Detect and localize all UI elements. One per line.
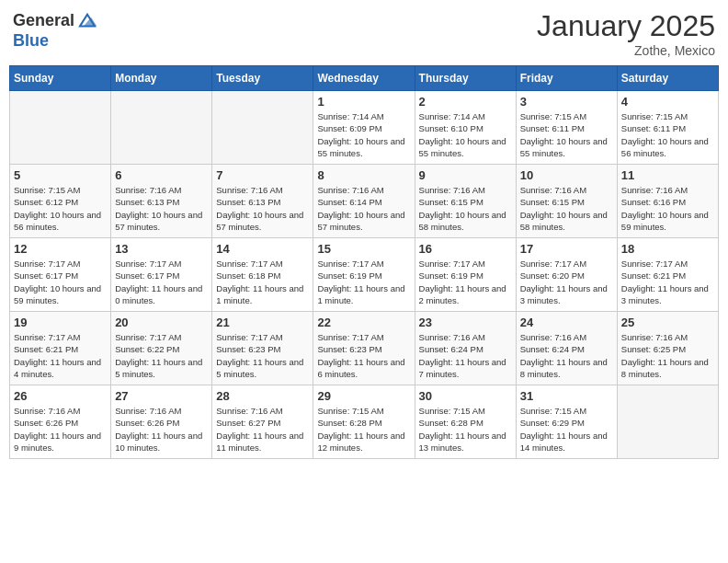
day-detail: Sunrise: 7:16 AMSunset: 6:24 PMDaylight:… — [520, 331, 613, 380]
day-number: 17 — [520, 242, 613, 256]
day-number: 22 — [317, 316, 410, 329]
day-number: 20 — [115, 316, 208, 329]
calendar-cell: 7 Sunrise: 7:16 AMSunset: 6:13 PMDayligh… — [212, 165, 313, 238]
calendar-cell: 1 Sunrise: 7:14 AMSunset: 6:09 PMDayligh… — [313, 91, 415, 165]
day-detail: Sunrise: 7:15 AMSunset: 6:28 PMDaylight:… — [317, 405, 410, 454]
calendar-cell: 22 Sunrise: 7:17 AMSunset: 6:23 PMDaylig… — [313, 312, 415, 385]
calendar-table: SundayMondayTuesdayWednesdayThursdayFrid… — [9, 65, 719, 459]
calendar-cell: 6 Sunrise: 7:16 AMSunset: 6:13 PMDayligh… — [111, 165, 212, 238]
day-number: 21 — [216, 316, 309, 329]
day-number: 19 — [14, 316, 107, 329]
day-number: 8 — [317, 168, 410, 182]
calendar-cell: 3 Sunrise: 7:15 AMSunset: 6:11 PMDayligh… — [516, 91, 617, 165]
day-detail: Sunrise: 7:17 AMSunset: 6:18 PMDaylight:… — [216, 258, 309, 306]
day-number: 1 — [317, 95, 410, 109]
calendar-cell: 16 Sunrise: 7:17 AMSunset: 6:19 PMDaylig… — [415, 238, 516, 312]
day-number: 23 — [419, 316, 512, 329]
day-detail: Sunrise: 7:17 AMSunset: 6:23 PMDaylight:… — [216, 331, 309, 380]
day-detail: Sunrise: 7:16 AMSunset: 6:15 PMDaylight:… — [419, 184, 512, 233]
calendar-cell: 14 Sunrise: 7:17 AMSunset: 6:18 PMDaylig… — [212, 238, 313, 312]
calendar-cell: 13 Sunrise: 7:17 AMSunset: 6:17 PMDaylig… — [111, 238, 212, 312]
calendar-week-row: 1 Sunrise: 7:14 AMSunset: 6:09 PMDayligh… — [10, 91, 719, 165]
calendar-cell — [111, 91, 212, 165]
day-detail: Sunrise: 7:17 AMSunset: 6:20 PMDaylight:… — [520, 258, 613, 306]
weekday-header: Thursday — [415, 66, 516, 91]
day-number: 28 — [216, 389, 309, 403]
day-detail: Sunrise: 7:16 AMSunset: 6:27 PMDaylight:… — [216, 405, 309, 454]
day-detail: Sunrise: 7:17 AMSunset: 6:22 PMDaylight:… — [115, 331, 208, 380]
day-detail: Sunrise: 7:14 AMSunset: 6:10 PMDaylight:… — [419, 110, 512, 159]
day-detail: Sunrise: 7:16 AMSunset: 6:26 PMDaylight:… — [14, 405, 107, 454]
calendar-cell: 27 Sunrise: 7:16 AMSunset: 6:26 PMDaylig… — [111, 385, 212, 459]
day-number: 10 — [520, 168, 613, 182]
day-number: 27 — [115, 389, 208, 403]
calendar-cell: 11 Sunrise: 7:16 AMSunset: 6:16 PMDaylig… — [617, 165, 718, 238]
calendar-cell: 31 Sunrise: 7:15 AMSunset: 6:29 PMDaylig… — [516, 385, 617, 459]
calendar-week-row: 19 Sunrise: 7:17 AMSunset: 6:21 PMDaylig… — [10, 312, 719, 385]
day-detail: Sunrise: 7:17 AMSunset: 6:21 PMDaylight:… — [621, 258, 714, 306]
day-detail: Sunrise: 7:16 AMSunset: 6:24 PMDaylight:… — [419, 331, 512, 380]
weekday-header: Sunday — [10, 66, 111, 91]
day-detail: Sunrise: 7:15 AMSunset: 6:28 PMDaylight:… — [419, 405, 512, 454]
calendar-cell: 9 Sunrise: 7:16 AMSunset: 6:15 PMDayligh… — [415, 165, 516, 238]
weekday-header: Friday — [516, 66, 617, 91]
day-number: 25 — [621, 316, 714, 329]
calendar-cell: 29 Sunrise: 7:15 AMSunset: 6:28 PMDaylig… — [313, 385, 415, 459]
day-detail: Sunrise: 7:16 AMSunset: 6:16 PMDaylight:… — [621, 184, 714, 233]
calendar-cell: 30 Sunrise: 7:15 AMSunset: 6:28 PMDaylig… — [415, 385, 516, 459]
calendar-week-row: 26 Sunrise: 7:16 AMSunset: 6:26 PMDaylig… — [10, 385, 719, 459]
title-block: January 2025 Zothe, Mexico — [537, 9, 715, 58]
calendar-cell: 26 Sunrise: 7:16 AMSunset: 6:26 PMDaylig… — [10, 385, 111, 459]
logo-blue: Blue — [13, 31, 49, 50]
calendar-cell — [212, 91, 313, 165]
day-number: 13 — [115, 242, 208, 256]
day-number: 30 — [419, 389, 512, 403]
day-detail: Sunrise: 7:16 AMSunset: 6:26 PMDaylight:… — [115, 405, 208, 454]
day-number: 5 — [14, 168, 107, 182]
calendar-cell: 5 Sunrise: 7:15 AMSunset: 6:12 PMDayligh… — [10, 165, 111, 238]
day-number: 16 — [419, 242, 512, 256]
calendar-cell: 19 Sunrise: 7:17 AMSunset: 6:21 PMDaylig… — [10, 312, 111, 385]
weekday-header: Wednesday — [313, 66, 415, 91]
calendar-cell: 17 Sunrise: 7:17 AMSunset: 6:20 PMDaylig… — [516, 238, 617, 312]
day-detail: Sunrise: 7:15 AMSunset: 6:11 PMDaylight:… — [520, 110, 613, 159]
day-detail: Sunrise: 7:16 AMSunset: 6:13 PMDaylight:… — [216, 184, 309, 233]
day-detail: Sunrise: 7:17 AMSunset: 6:19 PMDaylight:… — [419, 258, 512, 306]
day-detail: Sunrise: 7:17 AMSunset: 6:23 PMDaylight:… — [317, 331, 410, 380]
day-detail: Sunrise: 7:15 AMSunset: 6:12 PMDaylight:… — [14, 184, 107, 233]
page-header: General Blue January 2025 Zothe, Mexico — [9, 9, 719, 58]
day-number: 7 — [216, 168, 309, 182]
month-title: January 2025 — [537, 9, 715, 43]
calendar-cell: 12 Sunrise: 7:17 AMSunset: 6:17 PMDaylig… — [10, 238, 111, 312]
day-number: 11 — [621, 168, 714, 182]
calendar-week-row: 5 Sunrise: 7:15 AMSunset: 6:12 PMDayligh… — [10, 165, 719, 238]
weekday-header-row: SundayMondayTuesdayWednesdayThursdayFrid… — [10, 66, 719, 91]
day-number: 15 — [317, 242, 410, 256]
logo-icon — [76, 9, 98, 31]
day-number: 31 — [520, 389, 613, 403]
day-detail: Sunrise: 7:17 AMSunset: 6:17 PMDaylight:… — [14, 258, 107, 306]
day-number: 3 — [520, 95, 613, 109]
calendar-cell: 18 Sunrise: 7:17 AMSunset: 6:21 PMDaylig… — [617, 238, 718, 312]
day-number: 9 — [419, 168, 512, 182]
day-detail: Sunrise: 7:15 AMSunset: 6:11 PMDaylight:… — [621, 110, 714, 159]
calendar-cell: 4 Sunrise: 7:15 AMSunset: 6:11 PMDayligh… — [617, 91, 718, 165]
day-detail: Sunrise: 7:15 AMSunset: 6:29 PMDaylight:… — [520, 405, 613, 454]
calendar-cell: 24 Sunrise: 7:16 AMSunset: 6:24 PMDaylig… — [516, 312, 617, 385]
logo-general: General — [13, 11, 74, 30]
day-detail: Sunrise: 7:16 AMSunset: 6:13 PMDaylight:… — [115, 184, 208, 233]
calendar-cell: 2 Sunrise: 7:14 AMSunset: 6:10 PMDayligh… — [415, 91, 516, 165]
calendar-cell: 15 Sunrise: 7:17 AMSunset: 6:19 PMDaylig… — [313, 238, 415, 312]
day-number: 12 — [14, 242, 107, 256]
day-number: 14 — [216, 242, 309, 256]
calendar-cell: 20 Sunrise: 7:17 AMSunset: 6:22 PMDaylig… — [111, 312, 212, 385]
day-number: 6 — [115, 168, 208, 182]
day-number: 4 — [621, 95, 714, 109]
day-detail: Sunrise: 7:17 AMSunset: 6:17 PMDaylight:… — [115, 258, 208, 306]
calendar-cell: 21 Sunrise: 7:17 AMSunset: 6:23 PMDaylig… — [212, 312, 313, 385]
day-detail: Sunrise: 7:16 AMSunset: 6:14 PMDaylight:… — [317, 184, 410, 233]
day-number: 18 — [621, 242, 714, 256]
day-detail: Sunrise: 7:17 AMSunset: 6:19 PMDaylight:… — [317, 258, 410, 306]
day-detail: Sunrise: 7:14 AMSunset: 6:09 PMDaylight:… — [317, 110, 410, 159]
weekday-header: Tuesday — [212, 66, 313, 91]
